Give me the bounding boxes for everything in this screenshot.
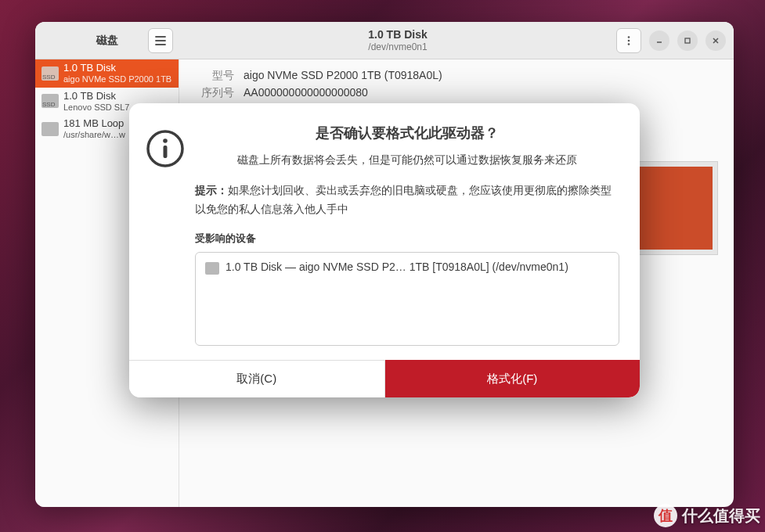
titlebar-center: 1.0 TB Disk /dev/nvme0n1 — [179, 28, 616, 52]
minimize-icon — [655, 36, 664, 45]
serial-row: 序列号 AA000000000000000080 — [195, 86, 718, 100]
disk-title: 181 MB Loop — [63, 118, 125, 130]
model-label: 型号 — [195, 69, 234, 83]
kebab-icon — [623, 35, 634, 46]
svg-point-5 — [163, 138, 168, 143]
close-button[interactable] — [705, 31, 726, 51]
svg-rect-3 — [685, 38, 690, 43]
disk-subtitle: /usr/share/w…w — [63, 130, 125, 140]
format-button[interactable]: 格式化(F) — [385, 360, 641, 397]
titlebar: 磁盘 1.0 TB Disk /dev/nvme0n1 — [35, 22, 734, 59]
svg-point-2 — [628, 43, 630, 45]
window-subtitle: /dev/nvme0n1 — [179, 41, 616, 52]
disk-subtitle: Lenovo SSD SL7 — [63, 102, 129, 113]
app-title: 磁盘 — [67, 34, 148, 48]
titlebar-left: 磁盘 — [35, 28, 179, 53]
ssd-icon: SSD — [41, 66, 59, 81]
svg-rect-6 — [164, 146, 168, 158]
svg-point-0 — [628, 36, 630, 38]
ssd-icon: SSD — [41, 94, 59, 108]
disk-subtitle: aigo NVMe SSD P2000 1TB — [63, 74, 171, 84]
loop-icon — [41, 122, 59, 136]
watermark-badge: 值 — [654, 504, 677, 527]
model-value: aigo NVMe SSD P2000 1TB (T0918A0L) — [244, 69, 442, 83]
disk-title: 1.0 TB Disk — [63, 91, 129, 102]
hamburger-menu-button[interactable] — [148, 28, 173, 53]
watermark: 值 什么值得买 — [654, 504, 760, 527]
titlebar-right — [616, 28, 734, 53]
dialog-hint: 提示：如果您计划回收、卖出或丢弃您的旧电脑或硬盘，您应该使用更彻底的擦除类型以免… — [195, 182, 619, 219]
info-icon — [143, 127, 187, 171]
model-row: 型号 aigo NVMe SSD P2000 1TB (T0918A0L) — [195, 69, 718, 83]
watermark-text: 什么值得买 — [682, 505, 760, 527]
affected-devices-list: 1.0 TB Disk — aigo NVMe SSD P2… 1TB [T09… — [195, 252, 619, 346]
sidebar-item-disk-0[interactable]: SSD 1.0 TB Disk aigo NVMe SSD P2000 1TB — [35, 59, 179, 88]
dialog-content: 是否确认要格式化此驱动器？ 磁盘上所有数据将会丢失，但是可能仍然可以通过数据恢复… — [195, 124, 619, 346]
maximize-icon — [683, 36, 692, 45]
disk-icon — [205, 262, 219, 275]
window-title: 1.0 TB Disk — [179, 28, 616, 41]
svg-point-1 — [628, 39, 630, 41]
cancel-button[interactable]: 取消(C) — [129, 360, 385, 397]
affected-device-item: 1.0 TB Disk — aigo NVMe SSD P2… 1TB [T09… — [226, 261, 568, 273]
drive-options-button[interactable] — [616, 28, 641, 53]
dialog-body: 是否确认要格式化此驱动器？ 磁盘上所有数据将会丢失，但是可能仍然可以通过数据恢复… — [129, 103, 640, 360]
affected-label: 受影响的设备 — [195, 232, 619, 246]
hamburger-icon — [154, 34, 167, 47]
hint-label: 提示： — [195, 184, 228, 196]
dialog-actions: 取消(C) 格式化(F) — [129, 360, 640, 397]
serial-value: AA000000000000000080 — [244, 86, 368, 100]
format-confirm-dialog: 是否确认要格式化此驱动器？ 磁盘上所有数据将会丢失，但是可能仍然可以通过数据恢复… — [129, 103, 640, 397]
serial-label: 序列号 — [195, 86, 234, 100]
disk-title: 1.0 TB Disk — [63, 63, 171, 74]
maximize-button[interactable] — [677, 31, 698, 51]
minimize-button[interactable] — [649, 31, 669, 51]
close-icon — [711, 36, 720, 45]
dialog-message: 磁盘上所有数据将会丢失，但是可能仍然可以通过数据恢复服务来还原 — [195, 153, 619, 167]
hint-text: 如果您计划回收、卖出或丢弃您的旧电脑或硬盘，您应该使用更彻底的擦除类型以免您的私… — [195, 184, 612, 215]
dialog-title: 是否确认要格式化此驱动器？ — [195, 124, 619, 142]
